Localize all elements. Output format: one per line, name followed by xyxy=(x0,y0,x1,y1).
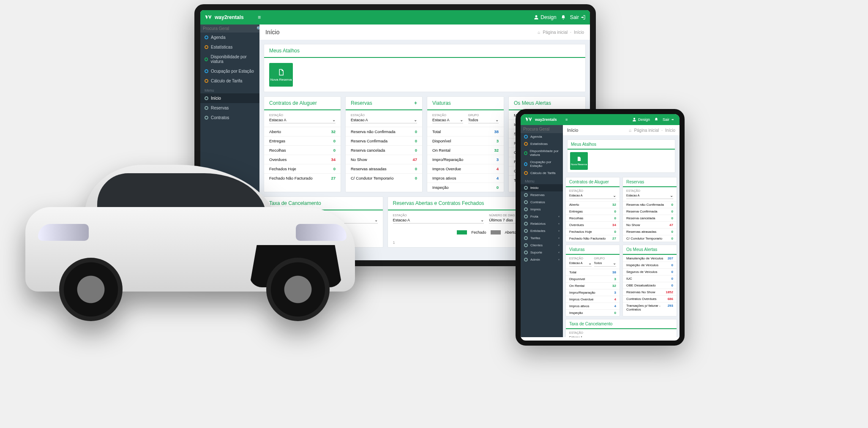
home-icon[interactable]: ⌂ xyxy=(629,128,631,133)
filter-grupo-select[interactable]: Todos⌄ xyxy=(594,260,617,267)
metric-row[interactable]: Reserva não Confirmada0 xyxy=(346,127,422,136)
sidebar-item[interactable]: Ocupação por Estação xyxy=(200,66,259,76)
sidebar-item[interactable]: Cálculo de Tarifa xyxy=(200,76,259,86)
metric-row[interactable]: Overdues34 xyxy=(566,221,620,228)
filter-estacao-select[interactable]: Estacao A⌄ xyxy=(432,117,463,123)
metric-row[interactable]: Recolhas0 xyxy=(566,215,620,221)
metric-row[interactable]: Transações p/ faturar - Contratos293 xyxy=(623,302,677,313)
user-menu[interactable]: Design xyxy=(534,14,556,20)
metric-row[interactable]: Reservas No Show1852 xyxy=(623,289,677,295)
sidebar-item-label: Ocupação por Estação xyxy=(530,160,560,168)
metric-row[interactable]: Fechado Não Facturado27 xyxy=(566,235,620,242)
metric-row[interactable]: On Rental32 xyxy=(427,145,504,155)
circle-icon xyxy=(205,45,208,49)
sidebar-item[interactable]: Contratos xyxy=(521,199,563,206)
notifications-icon[interactable] xyxy=(654,117,658,122)
car-illustration xyxy=(8,139,372,321)
sidebar-item[interactable]: Estatísticas xyxy=(521,140,563,147)
sidebar-item[interactable]: Entidades‹ xyxy=(521,227,563,234)
metric-row[interactable]: Entregas0 xyxy=(566,208,620,215)
sidebar-item[interactable]: Clientes‹ xyxy=(521,242,563,249)
sidebar-item[interactable]: Agenda xyxy=(200,33,259,42)
global-search[interactable]: 🔍 xyxy=(200,25,259,33)
filter-estacao-select[interactable]: Estacao A⌄ xyxy=(569,192,616,199)
filter-estacao-select[interactable]: Estacao A⌄ xyxy=(569,334,673,337)
sidebar-item[interactable]: Cálculo de Tarifa xyxy=(521,169,563,177)
menu-toggle-icon[interactable]: ≡ xyxy=(565,117,568,122)
filter-estacao-select[interactable]: Estacao A⌄ xyxy=(626,192,673,199)
user-menu[interactable]: Design xyxy=(632,117,650,122)
sidebar-item[interactable]: Relatórios‹ xyxy=(521,220,563,227)
metric-row[interactable]: Reserva Confirmada0 xyxy=(623,208,677,215)
sidebar-item[interactable]: Início xyxy=(200,93,259,103)
metric-row[interactable]: Fechados Hoje0 xyxy=(566,228,620,235)
sidebar-item[interactable]: Disponibilidade por viatura xyxy=(521,147,563,158)
home-icon[interactable]: ⌂ xyxy=(538,30,540,35)
metric-row[interactable]: IUC0 xyxy=(623,275,677,282)
metric-row[interactable]: Disponível3 xyxy=(566,275,620,282)
filter-estacao-select[interactable]: Estacao A⌄ xyxy=(393,217,484,224)
circle-icon xyxy=(205,35,208,39)
metric-label: OBE Desatualizado xyxy=(626,284,656,287)
search-input[interactable] xyxy=(203,26,257,31)
metric-row[interactable]: Reservas atrasadas0 xyxy=(623,228,677,235)
notifications-icon[interactable] xyxy=(561,15,566,20)
metric-row[interactable]: Reserva não Confirmada0 xyxy=(623,201,677,208)
metric-row[interactable]: No Show47 xyxy=(623,221,677,228)
metric-row[interactable]: Impros ativos4 xyxy=(566,303,620,309)
brand-logo: way2rentals xyxy=(205,14,258,21)
filter-grupo-select[interactable]: Todos⌄ xyxy=(468,117,499,123)
metric-label: On Rental xyxy=(569,284,584,288)
global-search[interactable]: 🔍 xyxy=(521,125,563,133)
sidebar-item[interactable]: Estatísticas xyxy=(200,42,259,52)
sidebar-item[interactable]: Frota‹ xyxy=(521,213,563,220)
panel-reservas: Reservas ESTAÇÃOEstacao A⌄ Reserva não C… xyxy=(622,177,677,242)
filter-estacao-select[interactable]: Estacao A⌄ xyxy=(569,260,592,267)
tile-nova-reserva[interactable]: Nova Reserva xyxy=(269,63,293,87)
metric-row[interactable]: Reserva cancelada0 xyxy=(623,215,677,221)
logout-link[interactable]: Sair xyxy=(570,14,586,20)
sidebar-item[interactable]: Suporte‹ xyxy=(521,249,563,256)
metric-row[interactable]: Impro/Reparação3 xyxy=(427,155,504,164)
add-reserva-button[interactable]: + xyxy=(414,100,417,106)
breadcrumb-home[interactable]: Página inicial xyxy=(543,30,568,35)
metric-row[interactable]: Manutenção de Veículos207 xyxy=(623,255,677,262)
metric-row[interactable]: Impros ativos4 xyxy=(427,173,504,183)
tile-nova-reserva[interactable]: Nova Reserva xyxy=(570,152,588,170)
metric-row[interactable]: Total38 xyxy=(566,269,620,275)
metric-row[interactable]: C/ Condutor Temporario0 xyxy=(623,235,677,242)
sidebar-item[interactable]: Tarifas‹ xyxy=(521,234,563,242)
metric-row[interactable]: Aberto32 xyxy=(566,201,620,208)
sidebar-item[interactable]: Ocupação por Estação xyxy=(521,158,563,169)
sidebar-item[interactable]: Disponibilidade por viatura xyxy=(200,52,259,66)
metric-row[interactable]: Contratos Overdues686 xyxy=(623,295,677,302)
panel-atalhos: Meus Atalhos Nova Reserva xyxy=(264,44,586,92)
sidebar-item[interactable]: Impres xyxy=(521,206,563,213)
metric-row[interactable]: Inspeção de Veículos0 xyxy=(623,262,677,268)
metric-row[interactable]: Seguros de Veículos0 xyxy=(623,268,677,275)
metric-value: 0 xyxy=(614,216,616,220)
metric-row[interactable]: On Rental32 xyxy=(566,282,620,289)
metric-row[interactable]: Aberto32 xyxy=(264,127,341,136)
metric-row[interactable]: OBE Desatualizado0 xyxy=(623,282,677,289)
metric-row[interactable]: Inspeção0 xyxy=(566,309,620,316)
sidebar-item[interactable]: Contratos xyxy=(200,113,259,123)
menu-toggle-icon[interactable]: ≡ xyxy=(258,14,261,20)
sidebar-item[interactable]: Agenda xyxy=(521,133,563,140)
metric-row[interactable]: Total38 xyxy=(427,127,504,136)
metric-row[interactable]: Inspeção0 xyxy=(427,183,504,192)
filter-estacao-select[interactable]: Estacao A⌄ xyxy=(351,117,417,123)
sidebar-item[interactable]: Reservas xyxy=(521,191,563,199)
sidebar-item[interactable]: Reservas xyxy=(200,103,259,113)
circle-icon xyxy=(205,57,208,61)
metric-row[interactable]: Impros Overdue4 xyxy=(566,296,620,303)
metric-row[interactable]: Disponível3 xyxy=(427,136,504,145)
metric-label: Aberto xyxy=(569,203,579,207)
metric-value: 0 xyxy=(671,263,673,267)
metric-row[interactable]: Impro/Reparação3 xyxy=(566,289,620,296)
metric-row[interactable]: Impros Overdue4 xyxy=(427,164,504,173)
sidebar-item[interactable]: Início xyxy=(521,184,563,191)
sidebar-item[interactable]: Admin‹ xyxy=(521,256,563,263)
filter-estacao-select[interactable]: Estacao A⌄ xyxy=(269,117,336,123)
logout-link[interactable]: Sair xyxy=(663,117,675,122)
